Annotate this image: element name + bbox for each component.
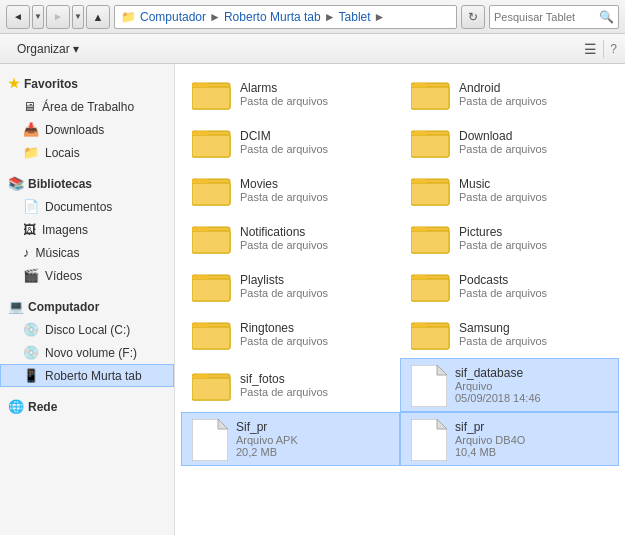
alarms-folder-icon [192, 77, 232, 111]
folder-playlists[interactable]: Playlists Pasta de arquivos [181, 262, 400, 310]
sidebar-item-documentos[interactable]: 📄 Documentos [0, 195, 174, 218]
breadcrumb-roberto[interactable]: Roberto Murta tab [224, 10, 321, 24]
breadcrumb-computador[interactable]: Computador [140, 10, 206, 24]
movies-type: Pasta de arquivos [240, 191, 328, 203]
file-sif-database[interactable]: sif_database Arquivo 05/09/2018 14:46 [400, 358, 619, 412]
svg-marker-29 [218, 419, 228, 429]
sidebar-item-imagens[interactable]: 🖼 Imagens [0, 218, 174, 241]
folder-android[interactable]: Android Pasta de arquivos [400, 70, 619, 118]
back-button[interactable]: ◄ [6, 5, 30, 29]
help-icon[interactable]: ? [610, 42, 617, 56]
sidebar-section-bibliotecas: 📚 Bibliotecas 📄 Documentos 🖼 Imagens ♪ M… [0, 172, 174, 287]
sidebar-item-locais[interactable]: 📁 Locais [0, 141, 174, 164]
file-sif-pr-db40[interactable]: sif_pr Arquivo DB4O 10,4 MB [400, 412, 619, 466]
toolbar-separator [603, 40, 604, 58]
playlists-folder-icon [192, 269, 232, 303]
sidebar-item-area-trabalho[interactable]: 🖥 Área de Trabalho [0, 95, 174, 118]
download-name: Download [459, 129, 547, 143]
forward-dropdown[interactable]: ▼ [72, 5, 84, 29]
file-sif-pr-apk[interactable]: Sif_pr Arquivo APK 20,2 MB [181, 412, 400, 466]
sidebar-section-computador: 💻 Computador 💿 Disco Local (C:) 💿 Novo v… [0, 295, 174, 387]
sidebar-header-bibliotecas[interactable]: 📚 Bibliotecas [0, 172, 174, 195]
sif-fotos-type: Pasta de arquivos [240, 386, 328, 398]
view-toggle[interactable]: ☰ [584, 41, 597, 57]
folder-notifications[interactable]: Notifications Pasta de arquivos [181, 214, 400, 262]
search-input[interactable] [494, 11, 599, 23]
refresh-button[interactable]: ↻ [461, 5, 485, 29]
sif-pr-apk-file-icon [192, 419, 228, 459]
notifications-folder-icon [192, 221, 232, 255]
content-area: Alarms Pasta de arquivos Android Pasta d… [175, 64, 625, 535]
favoritos-label: Favoritos [24, 77, 78, 91]
bibliotecas-label: Bibliotecas [28, 177, 92, 191]
podcasts-label: Podcasts Pasta de arquivos [459, 273, 547, 299]
svg-rect-25 [192, 378, 230, 400]
folder-music[interactable]: Music Pasta de arquivos [400, 166, 619, 214]
downloads-icon: 📥 [23, 122, 39, 137]
folder-pictures[interactable]: Pictures Pasta de arquivos [400, 214, 619, 262]
disco-c-label: Disco Local (C:) [45, 323, 130, 337]
sif-database-name: sif_database [455, 366, 541, 380]
samsung-name: Samsung [459, 321, 547, 335]
address-bar: ◄ ▼ ► ▼ ▲ 📁 Computador ► Roberto Murta t… [0, 0, 625, 34]
svg-rect-21 [192, 327, 230, 349]
sif-pr-apk-label: Sif_pr Arquivo APK 20,2 MB [236, 420, 298, 458]
notifications-type: Pasta de arquivos [240, 239, 328, 251]
up-button[interactable]: ▲ [86, 5, 110, 29]
search-box[interactable]: 🔍 [489, 5, 619, 29]
sif-pr-db40-file-icon [411, 419, 447, 459]
sidebar-item-videos[interactable]: 🎬 Vídeos [0, 264, 174, 287]
android-folder-icon [411, 77, 451, 111]
folder-alarms[interactable]: Alarms Pasta de arquivos [181, 70, 400, 118]
svg-rect-11 [411, 183, 449, 205]
svg-rect-1 [192, 87, 230, 109]
music-type: Pasta de arquivos [459, 191, 547, 203]
breadcrumb[interactable]: 📁 Computador ► Roberto Murta tab ► Table… [114, 5, 457, 29]
sidebar-item-roberto-tab[interactable]: 📱 Roberto Murta tab [0, 364, 174, 387]
folder-dcim[interactable]: DCIM Pasta de arquivos [181, 118, 400, 166]
music-label: Music Pasta de arquivos [459, 177, 547, 203]
ringtones-label: Ringtones Pasta de arquivos [240, 321, 328, 347]
svg-marker-31 [437, 419, 447, 429]
documentos-icon: 📄 [23, 199, 39, 214]
pictures-folder-icon [411, 221, 451, 255]
folder-samsung[interactable]: Samsung Pasta de arquivos [400, 310, 619, 358]
sidebar-item-downloads[interactable]: 📥 Downloads [0, 118, 174, 141]
favoritos-collapse-icon: ★ [8, 76, 20, 91]
pictures-name: Pictures [459, 225, 547, 239]
sif-pr-db40-name: sif_pr [455, 420, 525, 434]
android-name: Android [459, 81, 547, 95]
samsung-folder-icon [411, 317, 451, 351]
folder-ringtones[interactable]: Ringtones Pasta de arquivos [181, 310, 400, 358]
folder-movies[interactable]: Movies Pasta de arquivos [181, 166, 400, 214]
music-folder-icon [411, 173, 451, 207]
disco-c-icon: 💿 [23, 322, 39, 337]
breadcrumb-tablet[interactable]: Tablet [339, 10, 371, 24]
content-grid: Alarms Pasta de arquivos Android Pasta d… [181, 70, 619, 466]
movies-folder-icon [192, 173, 232, 207]
sif-pr-db40-size: 10,4 MB [455, 446, 525, 458]
android-type: Pasta de arquivos [459, 95, 547, 107]
videos-label: Vídeos [45, 269, 82, 283]
sidebar-header-rede[interactable]: 🌐 Rede [0, 395, 174, 418]
folder-podcasts[interactable]: Podcasts Pasta de arquivos [400, 262, 619, 310]
notifications-name: Notifications [240, 225, 328, 239]
forward-button[interactable]: ► [46, 5, 70, 29]
back-dropdown[interactable]: ▼ [32, 5, 44, 29]
folder-sif-fotos[interactable]: sif_fotos Pasta de arquivos [181, 358, 400, 412]
sidebar-item-musicas[interactable]: ♪ Músicas [0, 241, 174, 264]
podcasts-name: Podcasts [459, 273, 547, 287]
sif-fotos-label: sif_fotos Pasta de arquivos [240, 372, 328, 398]
search-icon: 🔍 [599, 10, 614, 24]
sif-pr-apk-name: Sif_pr [236, 420, 298, 434]
folder-download[interactable]: Download Pasta de arquivos [400, 118, 619, 166]
downloads-label: Downloads [45, 123, 104, 137]
sidebar-item-novo-volume[interactable]: 💿 Novo volume (F:) [0, 341, 174, 364]
sidebar-item-disco-c[interactable]: 💿 Disco Local (C:) [0, 318, 174, 341]
sidebar-header-computador[interactable]: 💻 Computador [0, 295, 174, 318]
videos-icon: 🎬 [23, 268, 39, 283]
musicas-label: Músicas [36, 246, 80, 260]
svg-rect-9 [192, 183, 230, 205]
sidebar-header-favoritos[interactable]: ★ Favoritos [0, 72, 174, 95]
organize-button[interactable]: Organizar ▾ [8, 38, 88, 60]
